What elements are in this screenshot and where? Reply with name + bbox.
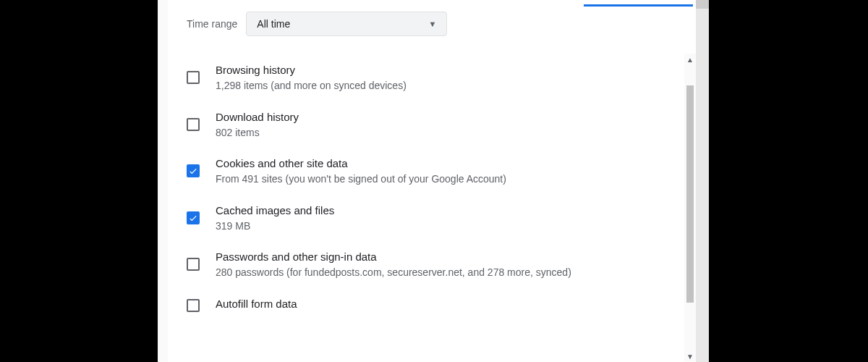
option-autofill[interactable]: Autofill form data: [187, 289, 667, 313]
scrollbar-down-arrow-icon[interactable]: ▼: [684, 350, 696, 362]
check-icon: [188, 166, 198, 176]
checkbox-passwords[interactable]: [187, 258, 200, 271]
checkbox-cookies[interactable]: [187, 164, 200, 177]
checkbox-cached-images[interactable]: [187, 211, 200, 224]
option-browsing-history[interactable]: Browsing history 1,298 items (and more o…: [187, 55, 667, 102]
option-text: Cached images and files 319 MB: [216, 204, 667, 234]
option-subtitle: From 491 sites (you won't be signed out …: [216, 172, 667, 187]
advanced-tab-indicator: [584, 4, 693, 7]
scrollbar-thumb[interactable]: [686, 85, 694, 303]
option-download-history[interactable]: Download history 802 items: [187, 102, 667, 149]
option-text: Download history 802 items: [216, 111, 667, 140]
option-title: Autofill form data: [216, 298, 667, 310]
option-text: Autofill form data: [216, 298, 667, 313]
option-title: Download history: [216, 111, 667, 123]
background-page-right-top: [696, 0, 709, 9]
option-text: Passwords and other sign-in data 280 pas…: [216, 251, 667, 280]
option-subtitle: 280 passwords (for fundedposts.com, secu…: [216, 266, 667, 280]
checkbox-browsing-history[interactable]: [187, 71, 200, 84]
option-subtitle: 1,298 items (and more on synced devices): [216, 79, 667, 93]
option-title: Browsing history: [216, 64, 667, 76]
dropdown-caret-icon: ▼: [428, 20, 436, 28]
options-scroll-area: Browsing history 1,298 items (and more o…: [168, 43, 696, 362]
option-cookies[interactable]: Cookies and other site data From 491 sit…: [187, 148, 667, 195]
check-icon: [188, 213, 198, 223]
time-range-label: Time range: [187, 18, 237, 30]
scrollbar-up-arrow-icon[interactable]: ▲: [684, 54, 696, 65]
option-title: Cached images and files: [216, 204, 667, 216]
clear-browsing-data-dialog: Time range All time ▼ Browsing history 1…: [168, 0, 696, 362]
scrollbar-track[interactable]: ▲ ▼: [684, 54, 696, 362]
option-cached-images[interactable]: Cached images and files 319 MB: [187, 195, 667, 243]
background-page-right: [696, 0, 709, 362]
option-text: Cookies and other site data From 491 sit…: [216, 157, 667, 187]
option-subtitle: 802 items: [216, 126, 667, 140]
background-page-left: [158, 0, 168, 362]
option-text: Browsing history 1,298 items (and more o…: [216, 64, 667, 93]
option-subtitle: 319 MB: [216, 219, 667, 234]
time-range-selected-value: All time: [257, 18, 290, 30]
time-range-dropdown[interactable]: All time ▼: [246, 12, 447, 36]
option-title: Passwords and other sign-in data: [216, 251, 667, 263]
time-range-row: Time range All time ▼: [168, 0, 696, 43]
checkbox-autofill[interactable]: [187, 299, 200, 312]
checkbox-download-history[interactable]: [187, 118, 200, 131]
option-passwords[interactable]: Passwords and other sign-in data 280 pas…: [187, 242, 667, 289]
option-title: Cookies and other site data: [216, 157, 667, 169]
